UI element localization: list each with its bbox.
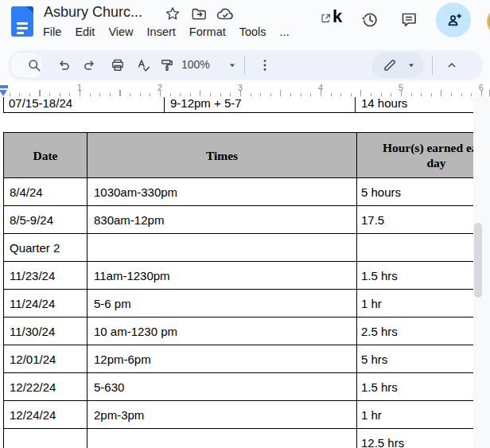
docs-logo-line xyxy=(17,22,28,25)
table-row: 8/4/24 1030am-330pm 5 hours xyxy=(4,178,473,206)
table-row: 11/24/24 5-6 pm 1 hr xyxy=(4,290,473,317)
table-row: 12/01/24 12pm-6pm 5 hrs xyxy=(4,345,473,373)
cell-date[interactable]: Quarter 2 xyxy=(4,234,88,262)
star-icon[interactable] xyxy=(165,6,181,21)
toolbar-divider xyxy=(432,56,433,75)
menu-bar: File Edit View Insert Format Tools ... xyxy=(43,23,290,41)
document-canvas[interactable]: 07/15-18/24 9-12pm + 5-7 14 hours Date T… xyxy=(0,97,490,448)
ruler-number: 5 xyxy=(396,83,406,92)
vertical-scrollbar-thumb[interactable] xyxy=(474,223,482,298)
menu-insert[interactable]: Insert xyxy=(147,25,176,38)
ruler-number: 1 xyxy=(75,83,84,92)
person-add-icon xyxy=(445,11,463,29)
cell-date[interactable]: 11/23/24 xyxy=(4,262,88,290)
cell-hours[interactable]: 12.5 hrs xyxy=(357,429,473,448)
cell-date[interactable]: 12/24/24 xyxy=(4,401,88,429)
cell-date[interactable]: 07/15-18/24 xyxy=(4,97,165,112)
editing-mode-pencil-icon[interactable] xyxy=(382,57,398,73)
print-icon[interactable] xyxy=(110,57,126,73)
hours-table: Date Times Hour(s) earned each day 8/4/2… xyxy=(3,132,473,448)
cell-date[interactable] xyxy=(4,429,88,448)
cell-date[interactable]: 11/24/24 xyxy=(4,290,88,317)
cell-times[interactable]: 10 am-1230 pm xyxy=(88,317,357,345)
table-row: 12/22/24 5-630 1.5 hrs xyxy=(4,373,473,401)
menu-file[interactable]: File xyxy=(43,25,61,38)
table-row: 12/24/24 2pm-3pm 1 hr xyxy=(4,401,473,429)
cell-hours[interactable]: 5 hours xyxy=(357,178,473,206)
cell-times[interactable]: 1030am-330pm xyxy=(88,178,357,206)
ruler-half-inch-ticks xyxy=(0,90,490,96)
cell-times[interactable] xyxy=(88,429,357,448)
k-extension-icon: k xyxy=(332,6,342,27)
cell-date[interactable]: 11/30/24 xyxy=(4,317,88,345)
cell-hours[interactable]: 1.5 hrs xyxy=(357,262,473,290)
horizontal-ruler: 1 2 3 4 5 6 xyxy=(0,83,490,97)
ruler-number: 3 xyxy=(235,83,245,92)
ruler-number: 4 xyxy=(316,83,325,92)
menu-overflow[interactable]: ... xyxy=(280,25,290,38)
zoom-dropdown-arrow-icon[interactable] xyxy=(225,58,241,74)
scrollbar-gutter xyxy=(473,97,490,448)
mode-dropdown-arrow-icon[interactable] xyxy=(404,58,420,74)
cell-times[interactable]: 11am-1230pm xyxy=(88,262,357,290)
cell-hours[interactable]: 5 hrs xyxy=(357,345,473,373)
comments-icon[interactable] xyxy=(399,10,418,29)
table-header-row: Date Times Hour(s) earned each day xyxy=(4,133,473,178)
cell-hours[interactable]: 17.5 xyxy=(357,206,473,234)
k-extension-button[interactable]: k xyxy=(321,6,348,30)
table-row: 12.5 hrs xyxy=(4,429,473,448)
cell-date[interactable]: 8/4/24 xyxy=(4,178,88,206)
ruler-number: 6 xyxy=(476,83,486,92)
menu-edit[interactable]: Edit xyxy=(75,25,95,38)
account-avatar[interactable] xyxy=(487,7,490,36)
share-person-add-button[interactable] xyxy=(436,2,471,37)
zoom-level-value[interactable]: 100% xyxy=(181,58,210,71)
menu-tools[interactable]: Tools xyxy=(239,25,266,38)
cell-times[interactable]: 9-12pm + 5-7 xyxy=(165,97,356,112)
document-title[interactable]: Asbury Churc... xyxy=(44,4,142,21)
cell-date[interactable]: 8/5-9/24 xyxy=(4,206,88,234)
left-indent-marker[interactable] xyxy=(0,90,7,96)
docs-logo-line xyxy=(17,32,24,34)
cell-hours[interactable]: 1.5 hrs xyxy=(357,373,473,401)
menu-format[interactable]: Format xyxy=(189,25,226,38)
table-row: 11/30/24 10 am-1230 pm 2.5 hrs xyxy=(4,317,473,345)
collapse-menus-chevron-up-icon[interactable] xyxy=(444,57,460,73)
toolbar: 100% xyxy=(8,50,483,80)
redo-icon[interactable] xyxy=(82,57,98,73)
move-folder-icon[interactable] xyxy=(190,6,208,21)
cell-times[interactable]: 5-630 xyxy=(88,373,357,401)
version-history-icon[interactable] xyxy=(360,10,380,30)
cell-hours[interactable]: 1 hr xyxy=(357,290,473,317)
docs-logo-line xyxy=(17,27,28,29)
ruler-number: 2 xyxy=(155,83,165,92)
toolbar-divider xyxy=(244,56,245,75)
header-hours[interactable]: Hour(s) earned each day xyxy=(357,133,473,178)
more-options-icon[interactable] xyxy=(257,57,273,73)
page: 07/15-18/24 9-12pm + 5-7 14 hours Date T… xyxy=(0,97,473,448)
cloud-check-icon xyxy=(216,6,235,21)
header-date[interactable]: Date xyxy=(4,133,88,178)
table-row: Quarter 2 xyxy=(4,234,473,262)
search-icon[interactable] xyxy=(26,57,42,73)
cell-hours[interactable]: 2.5 hrs xyxy=(357,317,473,345)
undo-icon[interactable] xyxy=(56,57,72,73)
cell-date[interactable]: 12/22/24 xyxy=(4,373,88,401)
cell-times[interactable] xyxy=(88,234,357,262)
first-line-indent-marker[interactable] xyxy=(0,85,8,88)
google-docs-logo-icon[interactable] xyxy=(11,6,33,37)
cell-hours[interactable]: 1 hr xyxy=(357,401,473,429)
paint-format-icon[interactable] xyxy=(159,57,175,73)
cell-times[interactable]: 830am-12pm xyxy=(88,206,357,234)
cell-times[interactable]: 12pm-6pm xyxy=(88,345,357,373)
menu-view[interactable]: View xyxy=(108,25,133,38)
cell-hours[interactable] xyxy=(357,234,473,262)
cell-times[interactable]: 2pm-3pm xyxy=(88,401,357,429)
spellcheck-icon[interactable] xyxy=(135,57,151,73)
cell-hours[interactable]: 14 hours xyxy=(356,97,473,112)
cell-date[interactable]: 12/01/24 xyxy=(4,345,88,373)
header-times[interactable]: Times xyxy=(88,133,357,178)
table-row: 8/5-9/24 830am-12pm 17.5 xyxy=(4,206,473,234)
table-row-partial[interactable]: 07/15-18/24 9-12pm + 5-7 14 hours xyxy=(3,97,473,113)
cell-times[interactable]: 5-6 pm xyxy=(88,290,357,317)
